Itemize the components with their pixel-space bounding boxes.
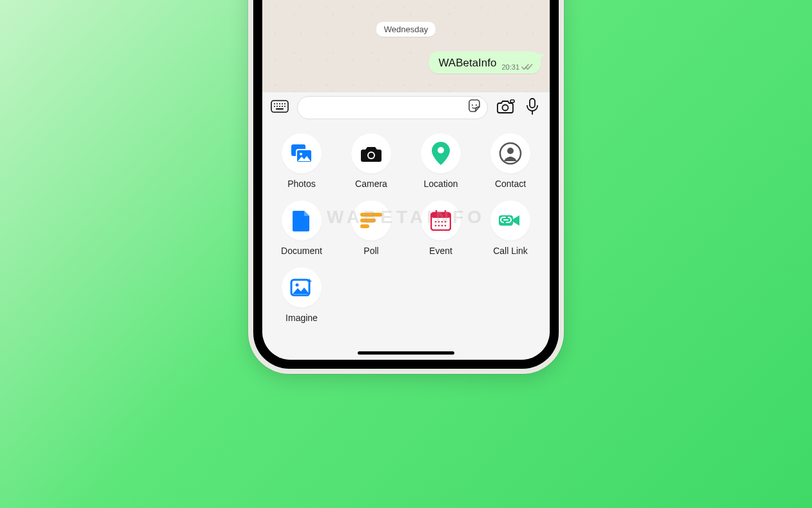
camera-icon — [496, 99, 515, 117]
attachment-label: Contact — [495, 179, 526, 189]
svg-point-22 — [369, 153, 374, 158]
svg-rect-11 — [276, 108, 284, 110]
read-receipt-icon — [521, 63, 533, 71]
svg-point-3 — [279, 103, 280, 104]
attachment-sheet: WABETAINFO Photos Camera — [262, 124, 550, 360]
svg-rect-27 — [360, 219, 376, 222]
svg-point-33 — [435, 221, 437, 223]
svg-point-23 — [438, 147, 444, 153]
mic-button[interactable] — [523, 98, 542, 117]
svg-point-7 — [276, 106, 278, 107]
svg-point-14 — [503, 105, 508, 111]
svg-rect-28 — [360, 224, 369, 228]
contact-icon — [490, 133, 530, 173]
attachment-label: Location — [424, 179, 458, 189]
attachment-poll[interactable]: Poll — [338, 200, 404, 256]
message-meta: 20:31 — [501, 63, 533, 71]
attachment-label: Document — [281, 246, 322, 256]
message-text: WABetaInfo — [438, 57, 496, 70]
svg-point-20 — [300, 153, 302, 155]
attachment-label: Call Link — [493, 246, 528, 256]
svg-point-44 — [296, 284, 299, 287]
attachment-photos[interactable]: Photos — [269, 133, 334, 189]
attachment-grid: Photos Camera Location — [269, 133, 543, 323]
date-separator: Wednesday — [376, 22, 436, 37]
svg-point-4 — [282, 103, 283, 104]
calllink-icon — [490, 200, 530, 240]
photos-icon — [282, 133, 322, 173]
attachment-document[interactable]: Document — [269, 200, 334, 256]
svg-point-40 — [445, 225, 447, 227]
document-icon — [282, 200, 322, 240]
svg-point-38 — [438, 225, 440, 227]
attachment-camera[interactable]: Camera — [338, 133, 404, 189]
microphone-icon — [525, 98, 539, 117]
attachment-calllink[interactable]: Call Link — [478, 200, 543, 256]
svg-point-10 — [284, 106, 285, 107]
svg-point-5 — [284, 103, 285, 104]
message-time: 20:31 — [501, 63, 519, 71]
attachment-label: Photos — [287, 179, 316, 189]
svg-point-12 — [472, 104, 473, 106]
imagine-icon — [282, 268, 322, 308]
svg-rect-15 — [510, 100, 514, 103]
attachment-label: Camera — [355, 179, 387, 189]
svg-rect-30 — [431, 213, 450, 218]
message-input[interactable] — [297, 96, 488, 119]
svg-rect-26 — [360, 213, 382, 217]
svg-point-6 — [274, 106, 275, 107]
outgoing-message-bubble[interactable]: WABetaInfo 20:31 — [429, 52, 541, 73]
sticker-icon — [467, 99, 482, 117]
phone-bezel: Wednesday WABetaInfo 20:31 — [253, 0, 559, 369]
screen: Wednesday WABetaInfo 20:31 — [262, 0, 550, 360]
poll-icon — [351, 200, 391, 240]
svg-point-35 — [441, 221, 443, 223]
svg-point-36 — [445, 221, 447, 223]
svg-point-13 — [476, 104, 477, 106]
svg-point-9 — [282, 106, 283, 107]
svg-point-39 — [441, 225, 443, 227]
camera-button[interactable] — [496, 98, 515, 117]
svg-point-8 — [279, 106, 280, 107]
svg-point-2 — [276, 103, 278, 104]
attachment-label: Event — [429, 246, 452, 256]
message-input-bar — [262, 92, 550, 124]
event-icon — [421, 200, 461, 240]
attachment-label: Poll — [363, 246, 378, 256]
location-icon — [421, 133, 461, 173]
phone-frame: Wednesday WABetaInfo 20:31 — [248, 0, 564, 374]
svg-point-25 — [507, 148, 514, 154]
keyboard-button[interactable] — [270, 98, 289, 117]
chat-area: Wednesday WABetaInfo 20:31 — [262, 0, 550, 92]
svg-point-37 — [435, 225, 437, 227]
sticker-button[interactable] — [465, 99, 483, 117]
svg-point-1 — [274, 103, 275, 104]
attachment-label: Imagine — [285, 313, 318, 323]
attachment-contact[interactable]: Contact — [478, 133, 543, 189]
attachment-location[interactable]: Location — [408, 133, 474, 189]
svg-rect-16 — [530, 99, 535, 108]
attachment-event[interactable]: Event — [408, 200, 474, 256]
attachment-imagine[interactable]: Imagine — [269, 268, 334, 323]
svg-point-34 — [438, 221, 440, 223]
keyboard-icon — [271, 100, 289, 115]
home-indicator[interactable] — [358, 351, 454, 355]
camera-icon — [351, 133, 391, 173]
